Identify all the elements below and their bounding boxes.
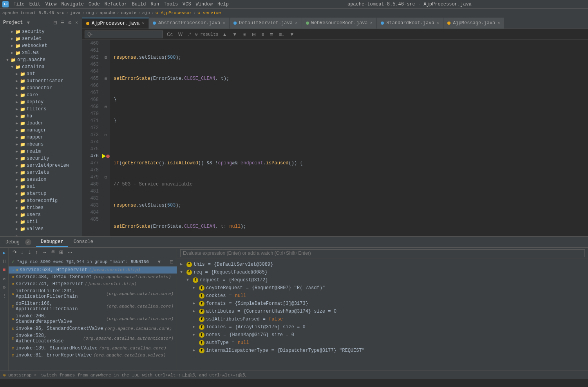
menu-code[interactable]: Code: [89, 2, 100, 7]
bootstrap-tab[interactable]: ⊙ BootStrap ×: [3, 373, 36, 378]
tree-mbeans[interactable]: ▶ 📁 mbeans: [0, 141, 82, 148]
var-sslattributesparsed[interactable]: ▶ f sslAttributesParsed = false: [177, 315, 588, 323]
step-into-btn[interactable]: ↓: [19, 248, 25, 256]
tree-orgapache[interactable]: ▼ 📁 org.apache: [0, 56, 82, 63]
breadcrumb-coyote[interactable]: coyote: [121, 11, 137, 15]
menu-tools[interactable]: Tools: [164, 2, 178, 7]
search-options3[interactable]: ≡: [260, 31, 266, 38]
tree-servlet4preview[interactable]: ▶ 📁 servlet4preview: [0, 162, 82, 169]
breadcrumb-root[interactable]: apache-tomcat-8.5.46-src: [2, 11, 64, 15]
run-to-cursor-btn[interactable]: →: [40, 248, 49, 256]
tree-xmlws[interactable]: ▶ 📁 xml.ws: [0, 49, 82, 56]
close-tab-defaultservlet[interactable]: ×: [295, 21, 298, 25]
filter-frames-btn[interactable]: ▼: [157, 259, 162, 265]
debug-more-icon[interactable]: ⋮: [1, 292, 8, 299]
debug-close[interactable]: ✓: [25, 239, 31, 245]
stack-frame-5[interactable]: ⊙ invoke:200, StandardWrapperValve (org.…: [9, 313, 177, 325]
close-tab-ajpmessage[interactable]: ×: [498, 21, 500, 25]
stack-frame-2[interactable]: ⊙ service:741, HttpServlet (javax.servle…: [9, 281, 177, 288]
tree-more[interactable]: ▶ ...: [0, 232, 82, 236]
stack-frame-7[interactable]: ⊙ invoke:528, AuthenticatorBase (org.apa…: [9, 332, 177, 345]
search-options2[interactable]: ⊟: [250, 31, 257, 38]
menu-file[interactable]: File: [13, 2, 25, 7]
bootstrap-close[interactable]: ×: [34, 373, 36, 378]
tab-standardroot[interactable]: StandardRoot.java ×: [377, 18, 443, 29]
stack-frame-1[interactable]: ⊙ service:484, DefaultServlet (org.apach…: [9, 274, 177, 281]
close-tab-webresourceroot[interactable]: ×: [370, 21, 373, 25]
debug-tab-console[interactable]: Console: [69, 238, 98, 247]
tree-ant[interactable]: ▶ 📁 ant: [0, 70, 82, 77]
menu-window[interactable]: Window: [196, 2, 213, 7]
search-options1[interactable]: ⊞: [241, 31, 248, 38]
search-whole-word[interactable]: W: [177, 31, 184, 38]
tree-tribes[interactable]: ▶ 📁 tribes: [0, 204, 82, 211]
menu-view[interactable]: View: [45, 2, 57, 7]
evaluate-btn[interactable]: ≝: [49, 248, 57, 256]
close-tab-standardroot[interactable]: ×: [437, 21, 440, 25]
code-editor[interactable]: 460 461 462 463 464 465 466 467 468 469 …: [82, 40, 588, 236]
stack-frame-9[interactable]: ⊙ invoke:81, ErrorReportValve (org.apach…: [9, 352, 177, 359]
project-options-btn[interactable]: ▼: [25, 19, 31, 26]
gutter-462[interactable]: ⊟: [102, 54, 110, 61]
tree-catalina[interactable]: ▼ 📁 catalina: [0, 63, 82, 70]
tree-core[interactable]: ▶ 📁 core: [0, 92, 82, 99]
gutter-465[interactable]: ⊟: [102, 75, 110, 82]
tree-valves[interactable]: ▶ 📁 valves: [0, 225, 82, 232]
search-input[interactable]: [85, 31, 163, 38]
menu-build[interactable]: Build: [132, 2, 146, 7]
settings-btn[interactable]: ⚙: [67, 19, 73, 26]
tree-util[interactable]: ▶ 📁 util: [0, 218, 82, 225]
tab-abstractprocessor[interactable]: AbstractProcessor.java ×: [149, 18, 230, 29]
stack-frame-0[interactable]: → ⊙ service:634, HttpServlet (javax.serv…: [9, 266, 177, 274]
tree-websocket[interactable]: ▶ 📁 websocket: [0, 42, 82, 49]
debug-settings-icon[interactable]: ⚙: [1, 284, 8, 291]
search-options5[interactable]: ≡↓: [277, 31, 286, 38]
tree-deploy[interactable]: ▶ 📁 deploy: [0, 99, 82, 106]
menu-help[interactable]: Help: [217, 2, 229, 7]
breadcrumb-apache[interactable]: apache: [100, 11, 115, 15]
debug-resume-icon[interactable]: ▶: [1, 249, 8, 256]
var-locales[interactable]: ▶ f locales = {ArrayList@3175} size = 0: [177, 323, 588, 331]
tab-webresourceroot[interactable]: WebResourceRoot.java ×: [302, 18, 377, 29]
breadcrumb-ajpprocessor[interactable]: ⊙ AjpProcessor: [156, 10, 192, 15]
breadcrumb-org[interactable]: org: [86, 11, 94, 15]
step-into-forced-btn[interactable]: ⇓: [26, 248, 33, 256]
var-internaldispatchertype[interactable]: ▶ f internalDispatcherType = {Dispatcher…: [177, 347, 588, 355]
gutter-473[interactable]: ⊟: [102, 131, 110, 139]
search-options4[interactable]: ≣: [268, 31, 275, 38]
stack-frame-8[interactable]: ⊙ invoke:139, StandardHostValve (org.apa…: [9, 345, 177, 352]
breadcrumb-java[interactable]: java: [70, 11, 80, 15]
search-prev[interactable]: ▲: [221, 31, 228, 38]
gutter-476[interactable]: [102, 153, 110, 160]
search-next[interactable]: ▼: [231, 31, 239, 38]
tree-connector[interactable]: ▶ 📁 connector: [0, 85, 82, 92]
step-out-btn[interactable]: ↑: [34, 248, 40, 256]
step-over-btn[interactable]: ↷: [11, 248, 18, 256]
tree-storeconfig[interactable]: ▶ 📁 storeconfig: [0, 197, 82, 204]
close-tab-ajpprocessor[interactable]: ×: [142, 21, 145, 26]
var-coyoterequest[interactable]: ▶ f coyoteRequest = {Request@3007} "R( /…: [177, 284, 588, 292]
breadcrumb-service[interactable]: ⊙ service: [197, 10, 221, 15]
tree-authenticator[interactable]: ▶ 📁 authenticator: [0, 77, 82, 85]
debug-stop-icon[interactable]: ■: [1, 266, 8, 274]
tab-ajpprocessor[interactable]: AjpProcessor.java ×: [82, 18, 149, 29]
var-attributes[interactable]: ▶ f attributes = {ConcurrentHashMap@3174…: [177, 308, 588, 315]
gutter-469[interactable]: ⊟: [102, 103, 110, 110]
gutter-479[interactable]: ⊟: [102, 174, 110, 181]
search-regex[interactable]: .*: [186, 31, 193, 38]
debug-pause-icon[interactable]: ⏸: [1, 258, 8, 265]
stack-frame-6[interactable]: ⊙ invoke:96, StandardContextValve (org.a…: [9, 325, 177, 332]
menu-edit[interactable]: Edit: [29, 2, 41, 7]
tree-security-cat[interactable]: ▶ 📁 security: [0, 155, 82, 162]
tree-servlet[interactable]: ▶ 📁 servlet: [0, 35, 82, 42]
tree-ha[interactable]: ▶ 📁 ha: [0, 113, 82, 120]
more-btn[interactable]: ⋯: [66, 248, 74, 256]
code-content[interactable]: response.setStatus(500); setErrorState(E…: [110, 40, 588, 236]
tree-mapper[interactable]: ▶ 📁 mapper: [0, 134, 82, 141]
tree-startup[interactable]: ▶ 📁 startup: [0, 190, 82, 197]
tab-ajpmessage[interactable]: AjpMessage.java ×: [443, 18, 505, 29]
collapse-all-btn[interactable]: ⊟: [52, 19, 58, 26]
tree-manager[interactable]: ▶ 📁 manager: [0, 127, 82, 134]
search-filter[interactable]: ▼: [288, 31, 296, 38]
tree-users[interactable]: ▶ 📁 users: [0, 211, 82, 218]
